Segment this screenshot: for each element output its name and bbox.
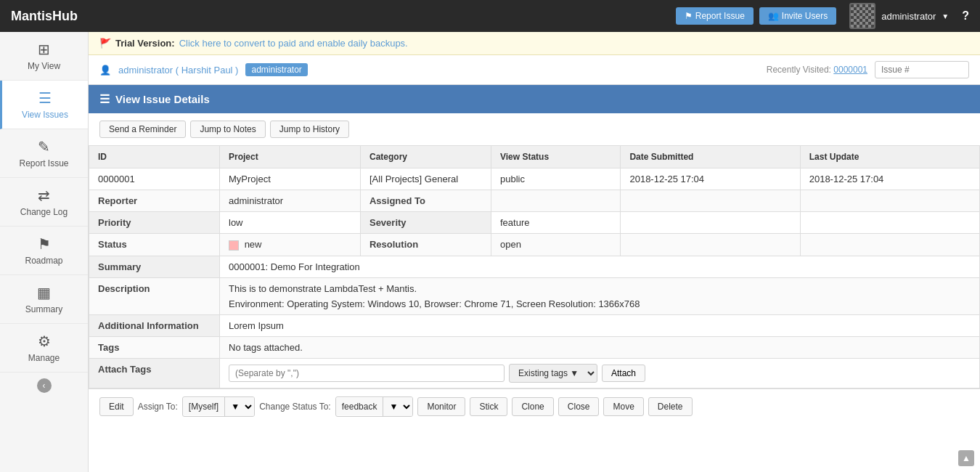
flag-icon: ⚑ [685,11,693,21]
scroll-to-top-button[interactable]: ▲ [958,450,974,466]
sidebar-item-roadmap[interactable]: ⚑ Roadmap [0,227,88,275]
invite-users-button[interactable]: 👥 Invite Users [759,7,836,25]
attach-tags-input[interactable] [229,365,505,382]
issue-last-update: 2018-12-25 17:04 [800,168,979,190]
delete-button[interactable]: Delete [648,397,693,416]
col-id: ID [89,146,220,168]
additional-info-value: Lorem Ipsum [220,314,980,336]
jump-to-history-button[interactable]: Jump to History [270,121,349,138]
sidebar-item-summary[interactable]: ▦ Summary [0,275,88,324]
col-date-submitted: Date Submitted [621,146,800,168]
move-button[interactable]: Move [603,397,643,416]
users-icon: 👥 [768,11,779,21]
sidebar-item-report-issue[interactable]: ✎ Report Issue [0,129,88,178]
sidebar-collapse-button[interactable]: ‹ [37,378,52,393]
table-row: Attach Tags Existing tags ▼ Attach [89,358,980,388]
sidebar-item-label: My View [28,61,60,71]
sidebar-item-view-issues[interactable]: ☰ View Issues [0,81,88,129]
assign-to-select[interactable]: [Myself] ▼ [182,396,255,417]
severity-value: feature [491,212,620,234]
priority-value: low [220,212,361,234]
sidebar-item-label: Report Issue [19,158,68,168]
search-input[interactable] [875,61,969,78]
recently-visited-label: Recently Visited: [767,65,831,75]
monitor-button[interactable]: Monitor [417,397,465,416]
assign-to-value: [Myself] [183,398,224,415]
user-avatar-icon: 👤 [99,65,111,76]
reporter-label: Reporter [89,190,220,212]
chevron-down-icon: ▼ [942,12,949,20]
list-icon: ☰ [99,92,110,106]
recently-visited-link[interactable]: 0000001 [833,65,867,75]
summary-value: 0000001: Demo For Integration [220,256,980,277]
edit-button[interactable]: Edit [99,397,134,416]
trial-banner: 🚩 Trial Version: Click here to convert t… [89,32,980,55]
sidebar-item-change-log[interactable]: ⇄ Change Log [0,178,88,227]
close-button[interactable]: Close [558,397,600,416]
summary-label: Summary [89,256,220,277]
resolution-label: Resolution [360,234,491,256]
existing-tags-select[interactable]: Existing tags ▼ [509,364,597,383]
navbar: MantisHub ⚑ Report Issue 👥 Invite Users … [0,0,980,32]
table-row: Reporter administrator Assigned To [89,190,980,212]
admin-badge: administrator [245,63,307,76]
description-value: This is to demonstrate LambdaTest + Mant… [220,277,980,314]
stick-button[interactable]: Stick [470,397,507,416]
sidebar-item-label: Roadmap [25,256,62,266]
view-issues-icon: ☰ [38,89,52,107]
priority-label: Priority [89,212,220,234]
user-profile-link[interactable]: administrator ( Harshit Paul ) [118,65,238,76]
resolution-value: open [491,234,620,256]
roadmap-icon: ⚑ [38,235,51,253]
col-last-update: Last Update [800,146,979,168]
sidebar-item-label: Change Log [20,207,68,217]
change-status-select[interactable]: feedback ▼ [335,396,414,417]
issue-category: [All Projects] General [360,168,491,190]
issue-header: ☰ View Issue Details [89,85,980,113]
table-row: Tags No tags attached. [89,336,980,358]
trial-link[interactable]: Click here to convert to paid and enable… [179,38,408,49]
assigned-to-value [491,190,620,212]
app-brand: MantisHub [11,9,676,24]
sidebar-item-label: Summary [25,304,62,314]
summary-icon: ▦ [37,284,51,301]
sidebar-item-label: Manage [28,353,60,363]
tags-label: Tags [89,336,220,358]
report-issue-button[interactable]: ⚑ Report Issue [676,7,754,25]
additional-info-label: Additional Information [89,314,220,336]
jump-to-notes-button[interactable]: Jump to Notes [190,121,265,138]
flag-icon: 🚩 [99,38,111,49]
status-dropdown[interactable]: ▼ [383,397,412,416]
content-area: 🚩 Trial Version: Click here to convert t… [89,32,980,472]
attach-button[interactable]: Attach [602,365,645,382]
issue-date-submitted: 2018-12-25 17:04 [621,168,800,190]
table-row: Priority low Severity feature [89,212,980,234]
trial-label: Trial Version: [115,38,175,49]
clone-button[interactable]: Clone [512,397,553,416]
issue-header-title: View Issue Details [115,93,210,105]
sidebar: ⊞ My View ☰ View Issues ✎ Report Issue ⇄… [0,32,89,472]
issue-view-status: public [491,168,620,190]
status-value: new [220,234,361,256]
action-buttons: Send a Reminder Jump to Notes Jump to Hi… [89,113,980,145]
my-view-icon: ⊞ [38,41,50,58]
attach-tags-cell: Existing tags ▼ Attach [220,358,980,388]
sidebar-item-manage[interactable]: ⚙ Manage [0,324,88,373]
send-reminder-button[interactable]: Send a Reminder [99,121,186,138]
avatar [849,3,875,29]
recently-visited: Recently Visited: 0000001 [767,65,867,75]
change-log-icon: ⇄ [38,187,50,204]
bottom-actions: Edit Assign To: [Myself] ▼ Change Status… [89,388,980,424]
help-button[interactable]: ? [962,9,969,23]
tags-value: No tags attached. [220,336,980,358]
issue-id: 0000001 [89,168,220,190]
table-row: 0000001 MyProject [All Projects] General… [89,168,980,190]
change-status-label: Change Status To: [259,402,331,412]
status-label: Status [89,234,220,256]
issue-project: MyProject [220,168,361,190]
sidebar-item-my-view[interactable]: ⊞ My View [0,32,88,81]
severity-label: Severity [360,212,491,234]
user-menu[interactable]: administrator ▼ [849,3,949,29]
feedback-value: feedback [336,398,383,415]
assign-to-dropdown[interactable]: ▼ [224,397,254,416]
